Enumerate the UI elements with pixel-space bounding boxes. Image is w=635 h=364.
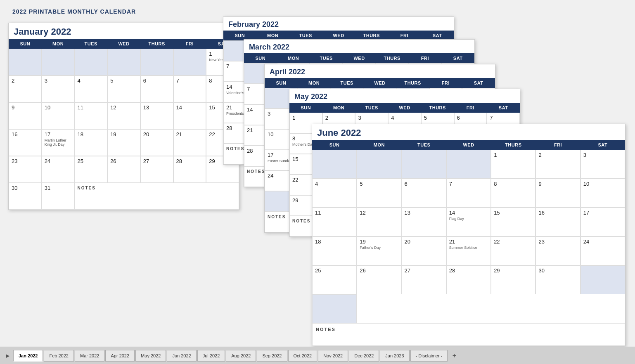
jan-cell-18: 18	[74, 129, 107, 156]
tab-apr-2022[interactable]: Apr 2022	[105, 350, 135, 362]
jan-cell-4: 4	[74, 76, 107, 102]
jan-hdr-tue: TUES	[74, 39, 107, 49]
jan-cell-27: 27	[140, 156, 173, 183]
jan-cell-5: 5	[107, 76, 140, 102]
jan-cell-19: 19	[107, 129, 140, 156]
jan-cell-empty4	[107, 49, 140, 76]
calendar-january: January 2022 SUN MON TUES WED THURS FRI …	[8, 23, 239, 210]
june-title: June 2022	[312, 124, 625, 140]
tab-dec-2022[interactable]: Dec 2022	[349, 350, 379, 362]
tab-oct-2022[interactable]: Oct 2022	[288, 350, 318, 362]
january-grid: 1New Year's Day 2 3 4 5 6 7 8 9 10 11 12…	[9, 49, 239, 210]
tab-disclaimer[interactable]: - Disclaimer -	[410, 350, 448, 362]
february-title: February 2022	[223, 17, 454, 31]
jan-cell-16: 16	[9, 129, 42, 156]
june-grid: 1 2 3 4 5 6 7 8 9 10 11 12 13 14Flag Day…	[312, 150, 625, 346]
jan-cell-31: 31	[42, 183, 75, 210]
jan-hdr-fri: FRI	[173, 39, 206, 49]
main-area: 2022 PRINTABLE MONTHLY CALENDAR January …	[0, 0, 635, 347]
jan-cell-30: 30	[9, 183, 42, 210]
tab-add-button[interactable]: +	[449, 351, 459, 361]
jan-hdr-sun: SUN	[9, 39, 42, 49]
jan-cell-17: 17Martin Luther King Jr. Day	[42, 129, 75, 156]
tab-scroll-left[interactable]: ▶	[4, 352, 11, 359]
january-header: SUN MON TUES WED THURS FRI SAT	[9, 39, 239, 49]
tab-jun-2022[interactable]: Jun 2022	[167, 350, 196, 362]
jan-cell-6: 6	[140, 76, 173, 102]
jan-cell-26: 26	[107, 156, 140, 183]
jan-cell-10: 10	[42, 102, 75, 129]
jan-cell-23: 23	[9, 156, 42, 183]
jan-cell-28: 28	[173, 156, 206, 183]
jan-cell-14: 14	[173, 102, 206, 129]
tab-feb-2022[interactable]: Feb 2022	[44, 350, 73, 362]
jan-notes: NOTES	[74, 183, 239, 210]
jan-cell-13: 13	[140, 102, 173, 129]
jan-cell-empty5	[140, 49, 173, 76]
jan-cell-7: 7	[173, 76, 206, 102]
march-title: March 2022	[244, 40, 474, 53]
jan-cell-25: 25	[74, 156, 107, 183]
april-header: SUN MON TUES WED THURS FRI SAT	[265, 78, 495, 88]
jan-cell-3: 3	[42, 76, 75, 102]
march-header: SUN MON TUES WED THURS FRI SAT	[244, 53, 474, 63]
jan-hdr-mon: MON	[42, 39, 75, 49]
jan-cell-24: 24	[42, 156, 75, 183]
tab-jan-2023[interactable]: Jan 2023	[380, 350, 409, 362]
tab-mar-2022[interactable]: Mar 2022	[75, 350, 104, 362]
page-title: 2022 PRINTABLE MONTHLY CALENDAR	[12, 8, 623, 15]
jan-hdr-wed: WED	[107, 39, 140, 49]
tab-may-2022[interactable]: May 2022	[135, 350, 166, 362]
jan-cell-empty6	[173, 49, 206, 76]
tab-nov-2022[interactable]: Nov 2022	[318, 350, 348, 362]
jan-cell-12: 12	[107, 102, 140, 129]
june-notes: NOTES	[312, 323, 625, 346]
jan-cell-20: 20	[140, 129, 173, 156]
tab-sep-2022[interactable]: Sep 2022	[257, 350, 287, 362]
tab-jul-2022[interactable]: Jul 2022	[197, 350, 225, 362]
june-header: SUN MON TUES WED THURS FRI SAT	[312, 140, 625, 150]
jan-cell-21: 21	[173, 129, 206, 156]
jan-cell-11: 11	[74, 102, 107, 129]
tab-bar: ▶ Jan 2022 Feb 2022 Mar 2022 Apr 2022 Ma…	[0, 347, 635, 364]
jan-cell-9: 9	[9, 102, 42, 129]
april-title: April 2022	[265, 64, 495, 78]
jan-cell-empty3	[74, 49, 107, 76]
jan-cell-2: 2	[9, 76, 42, 102]
tab-aug-2022[interactable]: Aug 2022	[226, 350, 256, 362]
may-header: SUN MON TUES WED THURS FRI SAT	[289, 103, 520, 113]
jan-cell-empty2	[42, 49, 75, 76]
january-title: January 2022	[9, 23, 239, 39]
calendar-june: June 2022 SUN MON TUES WED THURS FRI SAT…	[312, 124, 626, 346]
jan-cell-empty1	[9, 49, 42, 76]
jan-hdr-thu: THURS	[140, 39, 173, 49]
tab-jan-2022[interactable]: Jan 2022	[13, 350, 43, 362]
may-title: May 2022	[289, 89, 520, 103]
